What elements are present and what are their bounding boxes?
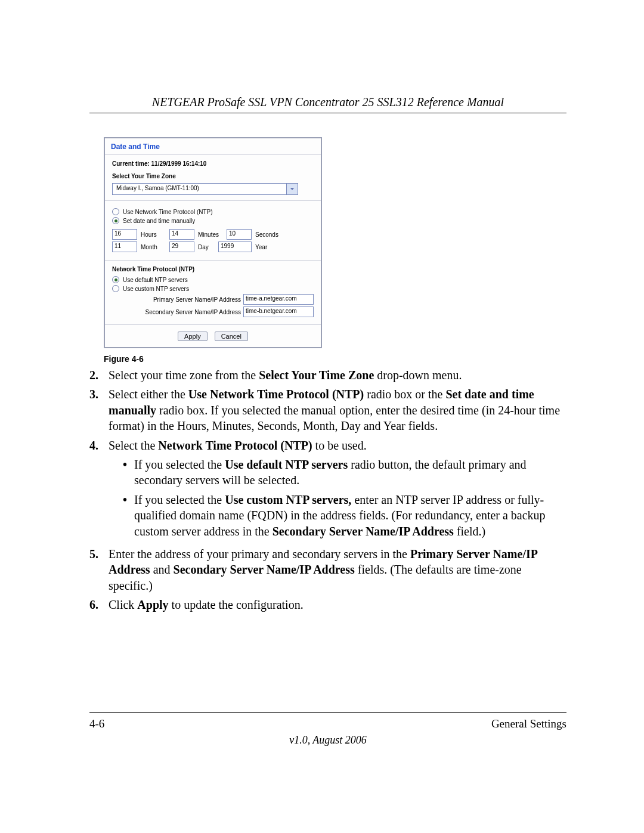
- default-ntp-label: Use default NTP servers: [123, 277, 188, 283]
- panel-heading: Date and Time: [105, 138, 321, 153]
- page-footer: 4-6 General Settings v1.0, August 2006: [0, 701, 644, 747]
- day-label: Day: [198, 244, 215, 250]
- step-4-bullet-2: • If you selected the Use custom NTP ser…: [123, 492, 566, 539]
- day-input[interactable]: 29: [169, 241, 194, 252]
- hours-input[interactable]: 16: [112, 229, 137, 240]
- ntp-heading: Network Time Protocol (NTP): [112, 266, 314, 272]
- month-input[interactable]: 11: [112, 241, 137, 252]
- set-manual-label: Set date and time manually: [123, 218, 195, 224]
- secondary-server-label: Secondary Server Name/IP Address: [145, 309, 241, 315]
- step-2: 2. Select your time zone from the Select…: [89, 367, 566, 383]
- section-name: General Settings: [491, 717, 566, 730]
- step-3: 3. Select either the Use Network Time Pr…: [89, 386, 566, 433]
- instruction-list: 2. Select your time zone from the Select…: [89, 367, 566, 612]
- document-title: NETGEAR ProSafe SSL VPN Concentrator 25 …: [89, 95, 566, 109]
- custom-ntp-label: Use custom NTP servers: [123, 286, 189, 292]
- set-manual-radio[interactable]: [112, 217, 119, 224]
- page-number: 4-6: [89, 717, 104, 730]
- year-input[interactable]: 1999: [218, 241, 252, 252]
- seconds-label: Seconds: [255, 231, 280, 238]
- step-5: 5. Enter the address of your primary and…: [89, 546, 566, 593]
- use-ntp-label: Use Network Time Protocol (NTP): [123, 209, 213, 215]
- year-label: Year: [255, 244, 272, 250]
- default-ntp-radio[interactable]: [112, 276, 119, 283]
- date-time-panel: Date and Time Current time: 11/29/1999 1…: [104, 137, 322, 348]
- primary-server-label: Primary Server Name/IP Address: [153, 296, 241, 303]
- use-ntp-radio[interactable]: [112, 208, 119, 215]
- dropdown-arrow-icon[interactable]: [286, 184, 298, 194]
- current-time: Current time: 11/29/1999 16:14:10: [112, 160, 314, 167]
- step-4-bullet-1: • If you selected the Use default NTP se…: [123, 457, 566, 488]
- seconds-input[interactable]: 10: [227, 229, 252, 240]
- step-4: 4. Select the Network Time Protocol (NTP…: [89, 438, 566, 543]
- timezone-select[interactable]: Midway I., Samoa (GMT-11:00): [112, 183, 298, 195]
- custom-ntp-radio[interactable]: [112, 285, 119, 292]
- figure-caption: Figure 4-6: [104, 354, 566, 364]
- hours-label: Hours: [141, 231, 166, 238]
- step-6: 6. Click Apply to update the configurati…: [89, 597, 566, 612]
- cancel-button[interactable]: Cancel: [215, 332, 248, 341]
- timezone-value: Midway I., Samoa (GMT-11:00): [113, 184, 286, 194]
- doc-version: v1.0, August 2006: [89, 734, 566, 747]
- minutes-input[interactable]: 14: [169, 229, 194, 240]
- month-label: Month: [141, 244, 166, 250]
- apply-button[interactable]: Apply: [178, 332, 208, 341]
- minutes-label: Minutes: [198, 231, 223, 238]
- primary-server-input[interactable]: time-a.netgear.com: [243, 294, 314, 305]
- tz-label: Select Your Time Zone: [112, 173, 314, 179]
- secondary-server-input[interactable]: time-b.netgear.com: [243, 306, 314, 317]
- header-rule: [89, 113, 566, 113]
